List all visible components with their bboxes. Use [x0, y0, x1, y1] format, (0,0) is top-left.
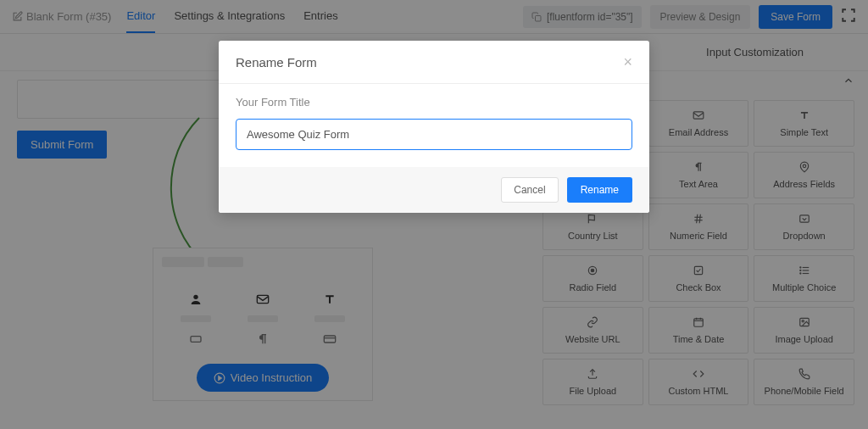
- modal-body: Your Form Title: [219, 84, 649, 167]
- cancel-button[interactable]: Cancel: [501, 177, 558, 203]
- modal-header: Rename Form ×: [219, 41, 649, 84]
- modal-title: Rename Form: [236, 55, 317, 70]
- form-title-input[interactable]: [236, 119, 632, 150]
- modal-footer: Cancel Rename: [219, 167, 649, 213]
- rename-button[interactable]: Rename: [567, 177, 632, 203]
- close-icon[interactable]: ×: [623, 54, 632, 70]
- modal-field-label: Your Form Title: [236, 96, 632, 109]
- rename-modal: Rename Form × Your Form Title Cancel Ren…: [219, 41, 649, 213]
